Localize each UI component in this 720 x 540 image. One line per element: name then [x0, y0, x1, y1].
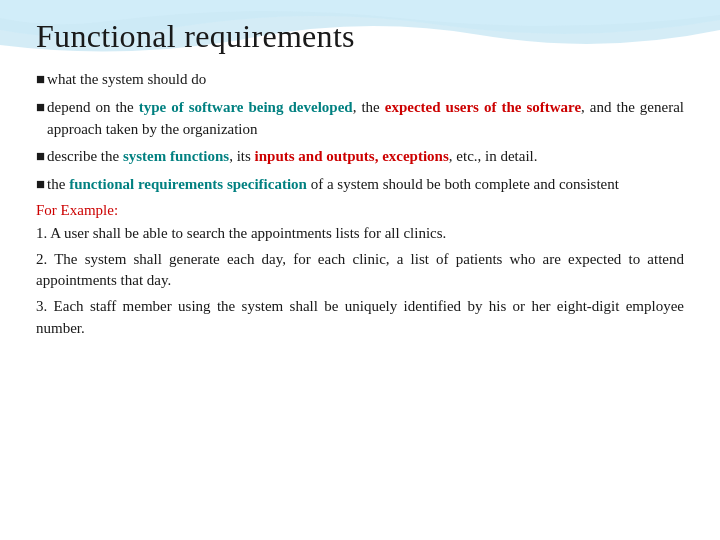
numbered-item-3: 3. Each staff member using the system sh… [36, 296, 684, 340]
numbered-items-list: 1. A user shall be able to search the ap… [36, 223, 684, 340]
page-title: Functional requirements [36, 18, 684, 55]
bullet-marker-1: ■ [36, 69, 45, 91]
bullet-item-3: ■ describe the system functions, its inp… [36, 146, 684, 168]
bullet-list: ■ what the system should do ■ depend on … [36, 69, 684, 196]
highlight-teal-1: type of software being developed [139, 99, 353, 115]
highlight-teal-2: system functions [123, 148, 229, 164]
bullet-item-4: ■ the functional requirements specificat… [36, 174, 684, 196]
for-example-label: For Example: [36, 202, 684, 219]
numbered-item-1: 1. A user shall be able to search the ap… [36, 223, 684, 245]
bullet-text-3: describe the system functions, its input… [47, 146, 537, 168]
highlight-teal-3: functional requirements specification [69, 176, 307, 192]
numbered-item-2: 2. The system shall generate each day, f… [36, 249, 684, 293]
bullet-item-1: ■ what the system should do [36, 69, 684, 91]
bullet-marker-4: ■ [36, 174, 45, 196]
bullet-marker-3: ■ [36, 146, 45, 168]
bullet-text-1: what the system should do [47, 69, 206, 91]
bullet-item-2: ■ depend on the type of software being d… [36, 97, 684, 141]
main-content: Functional requirements ■ what the syste… [0, 0, 720, 362]
highlight-red-2: inputs and outputs, exceptions [255, 148, 449, 164]
highlight-red-1: expected users of the software [385, 99, 581, 115]
bullet-text-2: depend on the type of software being dev… [47, 97, 684, 141]
bullet-text-4: the functional requirements specificatio… [47, 174, 619, 196]
bullet-marker-2: ■ [36, 97, 45, 119]
